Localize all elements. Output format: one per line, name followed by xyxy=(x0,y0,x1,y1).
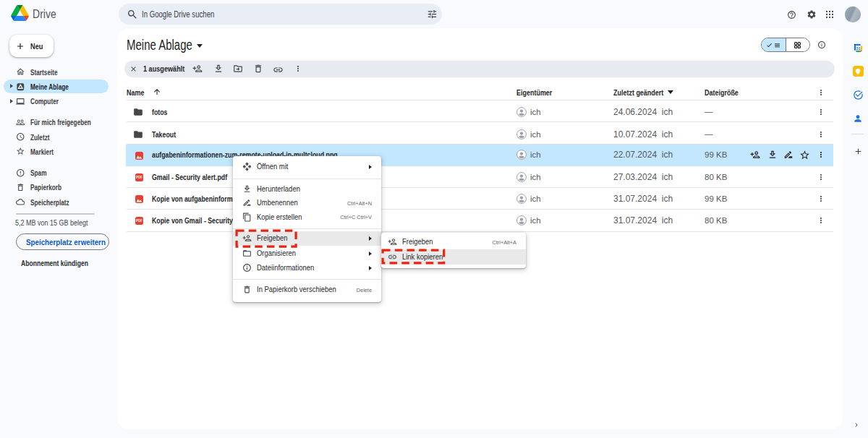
svg-text:31: 31 xyxy=(856,46,860,50)
